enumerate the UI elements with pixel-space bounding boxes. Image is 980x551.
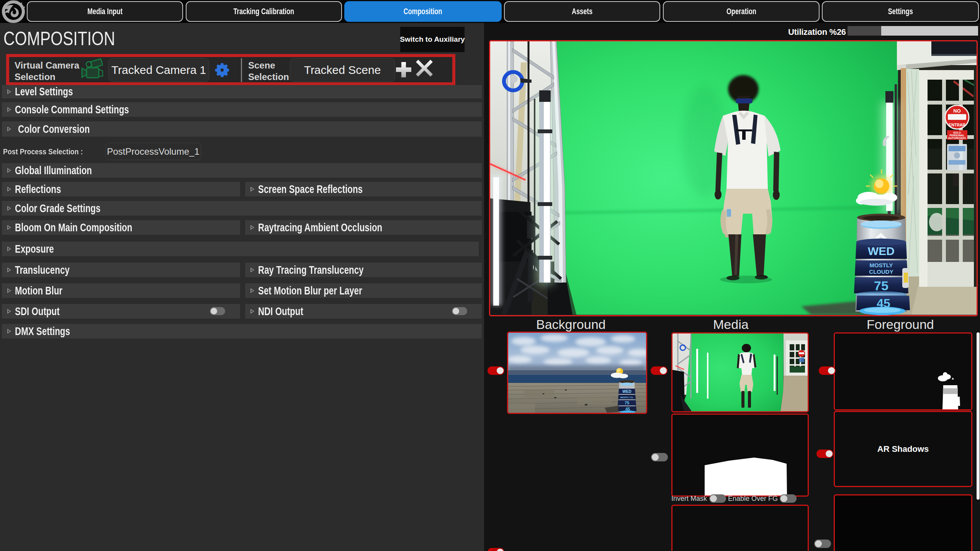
- svg-text:75: 75: [874, 278, 888, 293]
- svg-text:WED: WED: [622, 389, 631, 394]
- svg-text:AUTORIZADO: AUTORIZADO: [948, 137, 966, 139]
- svg-text:CLOUDY: CLOUDY: [869, 268, 893, 275]
- svg-text:MOSTLY CL: MOSTLY CL: [620, 396, 633, 399]
- svg-text:SOLO: SOLO: [953, 131, 961, 134]
- svg-text:WED: WED: [868, 245, 895, 257]
- svg-text:75: 75: [625, 401, 629, 405]
- svg-text:NO: NO: [953, 108, 961, 114]
- svg-text:MOSTLY: MOSTLY: [869, 262, 893, 268]
- svg-text:PERSONAL: PERSONAL: [950, 134, 965, 137]
- svg-text:ENTRAR: ENTRAR: [949, 123, 965, 127]
